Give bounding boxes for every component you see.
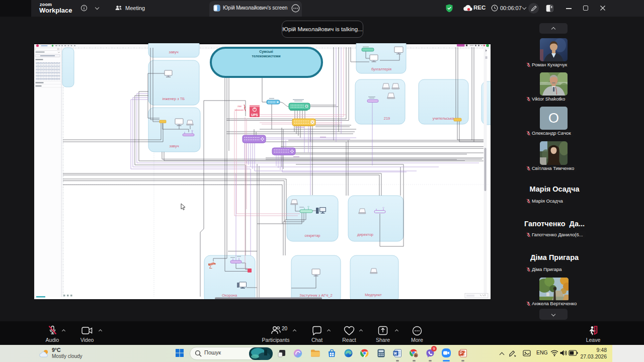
svg-text:230V: 230V	[237, 106, 242, 108]
svg-text:Заступник з АГЧ_2: Заступник з АГЧ_2	[299, 293, 332, 298]
svg-text:грозозахист: грозозахист	[234, 109, 245, 111]
svg-text:Охорона: Охорона	[222, 293, 237, 298]
svg-text:учительська: учительська	[433, 116, 455, 121]
svg-text:телекомсистеми: телекомсистеми	[252, 54, 280, 58]
svg-text:UPS: UPS	[251, 113, 258, 117]
svg-text:завуч: завуч	[169, 50, 178, 54]
svg-text:інженер з ТБ: інженер з ТБ	[163, 97, 185, 101]
svg-text:219: 219	[384, 116, 390, 121]
svg-text:директор: директор	[357, 232, 373, 237]
svg-text:бухгалтерія: бухгалтерія	[371, 67, 391, 71]
svg-text:завуч: завуч	[169, 144, 179, 148]
svg-text:секретар: секретар	[305, 233, 320, 238]
svg-text:Сумські: Сумські	[259, 50, 273, 54]
svg-text:Медпункт: Медпункт	[365, 293, 382, 297]
